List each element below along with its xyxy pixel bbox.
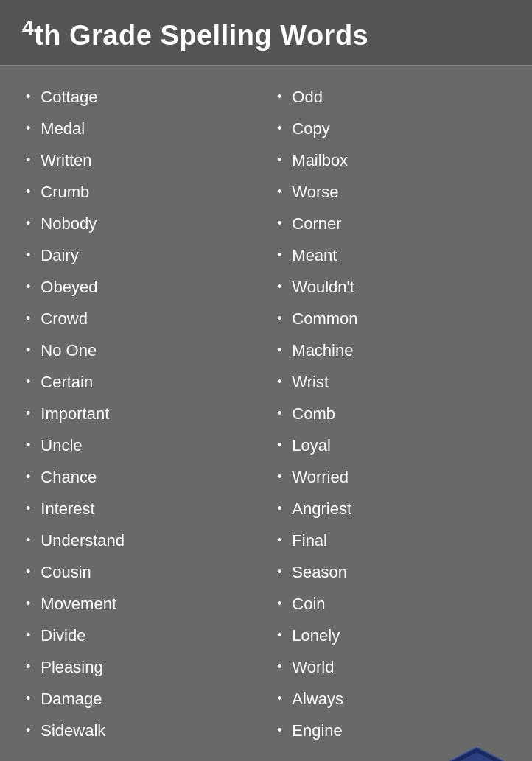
right-word-item: Loyal [266, 429, 517, 461]
right-word-item: Coin [266, 588, 517, 620]
title-text: th Grade Spelling Words [34, 20, 368, 51]
right-word-item: Comb [266, 398, 517, 429]
left-word-item: Damage [15, 683, 266, 715]
left-word-item: Movement [15, 588, 266, 620]
left-word-item: Obeyed [15, 271, 266, 303]
right-word-item: Mailbox [266, 144, 517, 176]
left-word-item: Nobody [15, 208, 266, 239]
word-list-content: CottageMedalWrittenCrumbNobodyDairyObeye… [0, 66, 532, 761]
left-word-item: Pleasing [15, 651, 266, 683]
right-word-item: Machine [266, 334, 517, 366]
left-word-item: Written [15, 144, 266, 176]
left-word-item: Dairy [15, 239, 266, 271]
page-title: 4th Grade Spelling Words [22, 16, 510, 52]
left-word-item: Certain [15, 366, 266, 398]
left-word-item: Cousin [15, 556, 266, 588]
left-word-item: No One [15, 334, 266, 366]
left-word-item: Important [15, 398, 266, 429]
left-word-item: Divide [15, 620, 266, 651]
page-container: 4th Grade Spelling Words CottageMedalWri… [0, 0, 532, 761]
left-word-item: Chance [15, 461, 266, 493]
page-header: 4th Grade Spelling Words [0, 0, 532, 66]
right-word-item: Corner [266, 208, 517, 239]
right-word-item: Angriest [266, 493, 517, 525]
left-word-item: Crumb [15, 176, 266, 208]
right-word-item: Odd [266, 81, 517, 113]
left-word-item: Medal [15, 113, 266, 144]
right-word-item: Meant [266, 239, 517, 271]
word-columns: CottageMedalWrittenCrumbNobodyDairyObeye… [15, 81, 517, 746]
left-word-item: Sidewalk [15, 715, 266, 746]
title-superscript: 4 [22, 16, 34, 39]
left-word-item: Cottage [15, 81, 266, 113]
left-word-item: Interest [15, 493, 266, 525]
right-word-item: Season [266, 556, 517, 588]
left-word-item: Crowd [15, 303, 266, 334]
grammarvocab-logo: GRAMMARVOCAB [447, 746, 506, 761]
bottom-area: GRAMMARVOCAB [15, 746, 517, 761]
right-word-item: Always [266, 683, 517, 715]
right-column: OddCopyMailboxWorseCornerMeantWouldn'tCo… [266, 81, 517, 746]
right-word-item: Wouldn't [266, 271, 517, 303]
right-word-item: Wrist [266, 366, 517, 398]
left-word-item: Understand [15, 525, 266, 556]
right-word-item: Worse [266, 176, 517, 208]
right-word-item: Worried [266, 461, 517, 493]
right-word-item: World [266, 651, 517, 683]
right-word-item: Copy [266, 113, 517, 144]
left-word-item: Uncle [15, 429, 266, 461]
right-word-item: Final [266, 525, 517, 556]
right-word-item: Lonely [266, 620, 517, 651]
right-word-item: Common [266, 303, 517, 334]
logo-container: GRAMMARVOCAB [447, 746, 506, 761]
left-column: CottageMedalWrittenCrumbNobodyDairyObeye… [15, 81, 266, 746]
right-word-item: Engine [266, 715, 517, 746]
